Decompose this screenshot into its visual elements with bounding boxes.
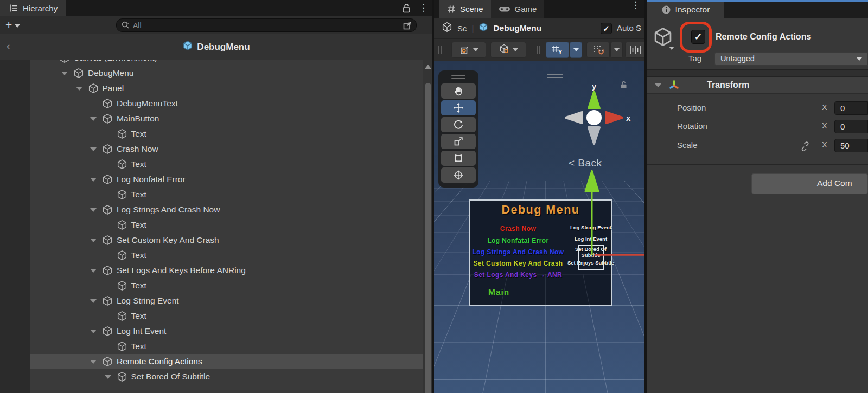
rotation-x-field[interactable]: 0 bbox=[834, 120, 868, 133]
info-icon bbox=[661, 5, 671, 15]
tag-value: Untagged bbox=[720, 54, 755, 63]
hierarchy-row[interactable]: Text bbox=[30, 126, 423, 141]
hierarchy-row[interactable]: Log Strings And Crash Now bbox=[30, 202, 423, 217]
transform-tool[interactable] bbox=[441, 167, 476, 183]
panel-menu-icon[interactable]: ⋮ bbox=[419, 5, 428, 11]
move-tool[interactable] bbox=[441, 100, 476, 115]
hierarchy-row[interactable]: DebugMenu bbox=[30, 66, 423, 81]
foldout-arrow-icon[interactable] bbox=[61, 72, 68, 75]
gameobject-cube-icon bbox=[102, 295, 113, 306]
scene-viewport[interactable]: Debug Menu Crash NowLog Nonfatal ErrorLo… bbox=[434, 61, 644, 393]
hierarchy-row[interactable]: Log Nonfatal Error bbox=[30, 172, 423, 187]
hierarchy-row[interactable]: Text bbox=[30, 278, 423, 293]
unity-editor: Hierarchy ⋮ + All ‹ DebugMenu Canvas (En… bbox=[0, 0, 868, 393]
add-component-button[interactable]: Add Com bbox=[751, 173, 868, 194]
position-x-field[interactable]: 0 bbox=[834, 101, 868, 115]
foldout-arrow-icon[interactable] bbox=[90, 147, 97, 151]
tool-handle-rotation-button[interactable] bbox=[490, 42, 526, 58]
tab-scene[interactable]: Scene bbox=[439, 0, 491, 18]
hierarchy-search-input[interactable]: All bbox=[116, 18, 417, 32]
breadcrumb[interactable]: DebugMenu bbox=[182, 40, 250, 54]
prefab-cube-icon bbox=[478, 22, 488, 34]
hierarchy-row[interactable]: Text bbox=[30, 187, 423, 202]
gameobject-label: Log Int Event bbox=[117, 326, 166, 336]
create-object-button[interactable]: + bbox=[5, 18, 20, 32]
gamepad-icon bbox=[499, 5, 510, 13]
hierarchy-row[interactable]: Canvas (Environment) bbox=[30, 60, 423, 66]
foldout-arrow-icon[interactable] bbox=[105, 375, 111, 379]
broken-link-icon[interactable] bbox=[800, 141, 810, 153]
scale-tool[interactable] bbox=[441, 134, 476, 149]
axis-label: X bbox=[822, 140, 827, 149]
foldout-arrow-icon[interactable] bbox=[90, 330, 97, 333]
overlay-handle[interactable] bbox=[547, 74, 563, 80]
inspector-tabbar: Inspector bbox=[647, 2, 868, 18]
tools-overlay bbox=[438, 70, 478, 188]
snap-button[interactable] bbox=[586, 42, 610, 58]
foldout-arrow-icon[interactable] bbox=[90, 360, 97, 364]
scroll-up-icon[interactable] bbox=[425, 65, 431, 69]
panel-menu-icon[interactable]: ⋮ bbox=[631, 3, 640, 8]
hand-tool[interactable] bbox=[441, 83, 476, 99]
hierarchy-row[interactable]: Log String Event bbox=[30, 293, 423, 308]
hierarchy-row[interactable]: Remote Config Actions bbox=[30, 354, 423, 369]
rect-tool[interactable] bbox=[441, 151, 476, 166]
hierarchy-row[interactable]: Log Int Event bbox=[30, 324, 423, 339]
hierarchy-row[interactable]: Set Custom Key And Crash bbox=[30, 233, 423, 248]
hierarchy-row[interactable]: Text bbox=[30, 339, 423, 354]
lock-icon[interactable] bbox=[401, 3, 411, 14]
transform-header[interactable]: Transform bbox=[647, 77, 868, 94]
hierarchy-row[interactable]: Set Bored Of Subtitle bbox=[30, 369, 423, 384]
gameobject-label: Text bbox=[131, 342, 146, 351]
rotate-tool[interactable] bbox=[441, 117, 476, 132]
toolbar-grip[interactable] bbox=[537, 46, 540, 54]
tab-hierarchy[interactable]: Hierarchy bbox=[0, 0, 66, 16]
tab-game[interactable]: Game bbox=[491, 0, 545, 18]
gameobject-cube-icon bbox=[117, 280, 127, 291]
grid-visibility-button[interactable]: Y bbox=[546, 42, 569, 58]
foldout-arrow-icon[interactable] bbox=[90, 299, 97, 303]
chevron-down-icon[interactable] bbox=[669, 47, 674, 50]
hierarchy-row[interactable]: Text bbox=[30, 217, 423, 233]
scale-x-field[interactable]: 50 bbox=[834, 139, 868, 152]
hierarchy-scrollbar[interactable] bbox=[423, 60, 432, 393]
hierarchy-row[interactable]: DebugMenuText bbox=[30, 96, 423, 111]
gameobject-label: Canvas (Environment) bbox=[74, 60, 157, 63]
orientation-gizmo[interactable]: yx bbox=[556, 80, 635, 158]
auto-save-checkbox[interactable]: ✓ bbox=[601, 23, 612, 34]
foldout-arrow-icon[interactable] bbox=[90, 239, 97, 242]
scrollbar-thumb[interactable] bbox=[425, 83, 431, 393]
gameobject-label: Set Custom Key And Crash bbox=[117, 235, 219, 245]
foldout-arrow-icon[interactable] bbox=[76, 87, 82, 91]
hierarchy-row[interactable]: Text bbox=[30, 308, 423, 324]
hierarchy-row[interactable]: Text bbox=[30, 157, 423, 172]
gameobject-cube-icon bbox=[117, 159, 127, 170]
hierarchy-row[interactable]: Crash Now bbox=[30, 141, 423, 157]
gameobject-cube-icon[interactable] bbox=[653, 27, 673, 49]
scene-breadcrumb-object[interactable]: DebugMenu bbox=[493, 23, 541, 33]
hierarchy-row[interactable]: MainButton bbox=[30, 111, 423, 126]
hierarchy-row[interactable]: Panel bbox=[30, 81, 423, 96]
grid-visibility-dropdown[interactable] bbox=[570, 42, 582, 58]
chevron-down-icon bbox=[614, 48, 620, 51]
active-checkbox[interactable]: ✓ bbox=[691, 30, 705, 44]
tab-inspector[interactable]: Inspector bbox=[647, 2, 724, 18]
gameobject-cube-icon bbox=[102, 356, 113, 367]
popout-icon[interactable] bbox=[403, 21, 412, 30]
hierarchy-row[interactable]: Set Logs And Keys Before ANRing bbox=[30, 263, 423, 278]
foldout-arrow-icon[interactable] bbox=[90, 208, 97, 212]
toolbar-grip[interactable] bbox=[438, 46, 442, 54]
breadcrumb-back-chevron[interactable]: ‹ bbox=[7, 40, 10, 52]
foldout-arrow-icon[interactable] bbox=[90, 178, 97, 182]
foldout-arrow-icon[interactable] bbox=[90, 117, 97, 121]
gameobject-cube-icon bbox=[102, 265, 113, 276]
overlay-handle[interactable] bbox=[451, 75, 465, 79]
object-name-field[interactable]: Remote Config Actions bbox=[716, 32, 811, 42]
foldout-arrow-icon[interactable] bbox=[655, 83, 661, 87]
foldout-arrow-icon[interactable] bbox=[90, 269, 97, 273]
tag-dropdown[interactable]: Untagged bbox=[714, 52, 868, 66]
increment-snap-button[interactable] bbox=[625, 42, 644, 58]
hierarchy-row[interactable]: Text bbox=[30, 248, 423, 263]
tool-handle-position-button[interactable] bbox=[451, 42, 486, 58]
snap-dropdown[interactable] bbox=[610, 42, 623, 58]
